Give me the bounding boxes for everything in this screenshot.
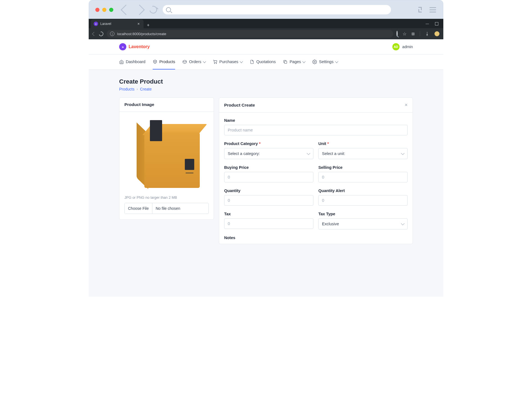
selling-price-input[interactable] — [318, 172, 408, 182]
breadcrumb-separator-icon: › — [137, 87, 138, 91]
new-tab-button[interactable]: + — [145, 22, 151, 28]
nav-label: Settings — [319, 60, 333, 64]
chevron-down-icon — [240, 60, 243, 63]
url-text: localhost:8000/products/create — [117, 32, 166, 36]
nav-orders[interactable]: Orders — [182, 55, 205, 69]
unit-select[interactable]: Select a unit: — [318, 148, 408, 159]
svg-point-0 — [214, 63, 215, 64]
close-window-button[interactable] — [95, 8, 99, 12]
brand-name: Laventory — [129, 44, 150, 49]
close-card-icon[interactable]: × — [405, 102, 408, 108]
outer-search-input[interactable] — [163, 5, 391, 14]
box-icon — [182, 60, 187, 64]
window-minimize-icon[interactable]: — — [426, 22, 429, 26]
category-label: Product Category * — [224, 141, 313, 146]
user-name-label: admin — [402, 45, 413, 49]
user-avatar-icon: AD — [392, 43, 400, 50]
choose-file-button[interactable]: Choose File — [125, 203, 152, 214]
close-tab-icon[interactable]: × — [136, 22, 141, 26]
nav-label: Quotations — [256, 60, 276, 64]
copy-icon — [283, 60, 288, 64]
nav-settings[interactable]: Settings — [312, 55, 337, 69]
buying-price-input[interactable] — [224, 172, 313, 182]
select-value: Exclusive — [322, 222, 339, 226]
fullscreen-icon[interactable] — [418, 7, 424, 12]
svg-rect-2 — [285, 61, 287, 63]
breadcrumb-root[interactable]: Products — [119, 87, 134, 91]
quantity-alert-label: Quantity Alert — [318, 188, 408, 193]
breadcrumb: Products › Create — [119, 87, 413, 91]
main-nav: Dashboard Products Orders Purchases Quot… — [89, 55, 443, 70]
download-icon[interactable]: ⭳ — [425, 31, 429, 36]
file-icon — [250, 60, 254, 64]
packages-icon — [153, 60, 157, 64]
nav-products[interactable]: Products — [153, 55, 175, 69]
tax-type-select[interactable]: Exclusive — [318, 218, 408, 229]
selling-price-label: Selling Price — [318, 165, 408, 170]
notes-label: Notes — [224, 236, 408, 240]
quantity-alert-input[interactable] — [318, 195, 408, 206]
svg-point-1 — [216, 63, 216, 64]
category-select[interactable]: Select a category: — [224, 148, 313, 159]
zoom-search-icon[interactable] — [397, 31, 398, 36]
tax-input[interactable] — [224, 218, 313, 229]
quantity-input[interactable] — [224, 195, 313, 206]
home-icon — [119, 60, 124, 64]
chevron-down-icon — [401, 151, 405, 155]
nav-purchases[interactable]: Purchases — [213, 55, 243, 69]
bookmark-star-icon[interactable]: ☆ — [403, 31, 406, 37]
nav-pages[interactable]: Pages — [283, 55, 305, 69]
buying-price-label: Buying Price — [224, 165, 313, 170]
logo-icon: » — [119, 43, 126, 50]
outer-browser-chrome — [89, 0, 443, 19]
chevron-down-icon — [401, 222, 405, 225]
divider — [420, 31, 420, 36]
unit-label: Unit * — [318, 141, 408, 146]
chevron-down-icon — [335, 60, 338, 63]
name-input[interactable] — [224, 125, 408, 135]
browser-back-icon[interactable] — [93, 32, 96, 35]
nav-label: Orders — [189, 60, 201, 64]
nav-quotations[interactable]: Quotations — [250, 55, 276, 69]
outer-reload-icon[interactable] — [148, 4, 158, 15]
inner-browser: » Laravel × + — i localhost:8000/product… — [89, 19, 443, 39]
nav-label: Products — [159, 60, 175, 64]
nav-label: Pages — [290, 60, 301, 64]
breadcrumb-current[interactable]: Create — [140, 87, 152, 91]
app-logo[interactable]: » Laventory — [119, 43, 150, 50]
browser-reload-icon[interactable] — [99, 32, 103, 36]
svg-point-3 — [314, 61, 315, 62]
gear-icon — [312, 60, 317, 64]
minimize-window-button[interactable] — [102, 8, 106, 12]
chevron-down-icon — [307, 151, 310, 155]
window-maximize-icon[interactable] — [435, 22, 438, 25]
tab-title: Laravel — [100, 22, 111, 26]
site-info-icon[interactable]: i — [110, 32, 114, 36]
product-image-placeholder — [131, 120, 203, 192]
nav-label: Dashboard — [126, 60, 145, 64]
card-title: Product Image — [124, 102, 154, 107]
extensions-icon[interactable]: ⊞ — [411, 32, 415, 36]
outer-forward-icon[interactable] — [134, 4, 145, 15]
cart-icon — [213, 60, 218, 64]
outer-menu-icon[interactable] — [429, 7, 436, 12]
profile-avatar-icon[interactable] — [434, 31, 439, 36]
select-value: Select a category: — [228, 151, 260, 156]
product-create-card: Product Create × Name Product Category * — [219, 97, 413, 244]
file-input[interactable]: Choose File No file chosen — [124, 203, 209, 214]
select-value: Select a unit: — [322, 151, 345, 156]
browser-tab[interactable]: » Laravel × — [91, 19, 144, 28]
user-menu[interactable]: AD admin — [392, 43, 413, 50]
address-bar[interactable]: i localhost:8000/products/create — [107, 30, 393, 38]
maximize-window-button[interactable] — [109, 8, 113, 12]
nav-dashboard[interactable]: Dashboard — [119, 55, 145, 69]
app-header: » Laventory AD admin — [89, 39, 443, 55]
quantity-label: Quantity — [224, 188, 313, 193]
file-name-label: No file chosen — [152, 203, 184, 214]
page-title: Create Product — [119, 78, 413, 85]
product-image-card: Product Image JPG or PNG no larger than … — [119, 97, 214, 220]
outer-back-icon[interactable] — [121, 4, 131, 15]
image-hint-text: JPG or PNG no larger than 2 MB — [124, 195, 209, 200]
search-icon — [166, 7, 171, 12]
tax-type-label: Tax Type — [318, 212, 408, 216]
